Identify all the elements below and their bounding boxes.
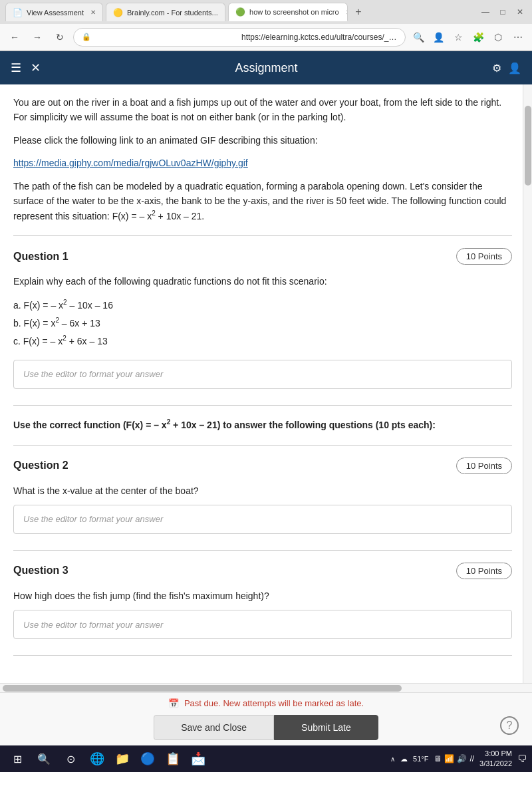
tab2-label: Brainly.com - For students...: [127, 9, 218, 17]
weather-icon: ☁: [400, 755, 408, 763]
question2-answer-box[interactable]: Use the editor to format your answer: [13, 505, 512, 534]
header-close-icon[interactable]: ✕: [31, 61, 41, 75]
tab-view-assessment[interactable]: 📄 View Assessment ✕: [5, 3, 103, 21]
settings-icon[interactable]: ⚙: [492, 62, 501, 74]
tab1-label: View Assessment: [27, 9, 84, 17]
intro-p3-text: The path of the fish can be modeled by a…: [13, 181, 506, 221]
question2-points: 10 Points: [456, 458, 512, 474]
past-due-text: Past due. New attempts will be marked as…: [184, 698, 364, 708]
tab3-close[interactable]: ✕: [346, 9, 348, 16]
header-left: ☰ ✕: [11, 61, 41, 75]
calendar-icon: 📅: [168, 698, 179, 708]
taskbar: ⊞ 🔍 ⊙ 🌐 📁 🔵 📋 📩 ∧ ☁ 51°F 🖥 📶 🔊 // 3:00 P…: [0, 745, 532, 772]
new-tab-button[interactable]: +: [350, 4, 366, 20]
intro-link-line: https://media.giphy.com/media/rgjwOLuv0a…: [13, 156, 512, 170]
more-options-icon[interactable]: ⋯: [509, 29, 527, 46]
submit-late-button[interactable]: Submit Late: [274, 715, 378, 740]
vertical-scrollbar[interactable]: [523, 84, 532, 683]
taskbar-app-notes[interactable]: 📋: [161, 747, 185, 771]
question2-title: Question 2: [13, 460, 68, 471]
back-button[interactable]: ←: [5, 28, 24, 47]
horizontal-scrollbar[interactable]: [0, 683, 532, 692]
favorites-icon[interactable]: ☆: [450, 29, 467, 46]
extensions-icon[interactable]: 🧩: [469, 29, 487, 46]
battery-icon: //: [469, 754, 474, 763]
question1-block: Question 1 10 Points Explain why each of…: [13, 248, 512, 388]
sound-icon[interactable]: 🔊: [457, 754, 467, 763]
question3-prompt: How high does the fish jump (find the fi…: [13, 589, 512, 603]
scroll-thumb[interactable]: [525, 106, 531, 186]
notification-icon[interactable]: 🗨: [517, 753, 527, 764]
tab3-icon: 🟢: [235, 7, 245, 17]
divider2: [13, 405, 512, 406]
h-scroll-thumb[interactable]: [3, 685, 402, 692]
question1-options: a. F(x) = – x2 – 10x – 16 b. F(x) = x2 –…: [13, 296, 512, 350]
tab-screenshot[interactable]: 🟢 how to screenshot on micro ✕: [228, 3, 348, 21]
lock-icon: 🔒: [82, 33, 237, 41]
intro-p2-text: Please click the following link to an an…: [13, 135, 318, 146]
main-content: You are out on the river in a boat and a…: [0, 84, 532, 683]
browser-chrome: 📄 View Assessment ✕ 🟡 Brainly.com - For …: [0, 0, 532, 51]
window-controls: — □ ✕: [479, 5, 527, 19]
footer-bar: 📅 Past due. New attempts will be marked …: [0, 692, 532, 745]
search-nav-icon[interactable]: 🔍: [410, 29, 427, 46]
question1-placeholder: Use the editor to format your answer: [23, 369, 163, 379]
tab2-close[interactable]: ✕: [225, 9, 225, 16]
question1-answer-box[interactable]: Use the editor to format your answer: [13, 360, 512, 389]
address-bar[interactable]: 🔒 https://elearning.kctcs.edu/ultra/cour…: [73, 28, 406, 47]
tab1-close[interactable]: ✕: [90, 9, 96, 16]
monitor-icon[interactable]: 🖥: [434, 754, 442, 763]
url-text: https://elearning.kctcs.edu/ultra/course…: [241, 33, 397, 42]
tab-brainly[interactable]: 🟡 Brainly.com - For students... ✕: [106, 3, 225, 21]
footer-buttons: Save and Close Submit Late: [11, 715, 521, 740]
save-and-close-button[interactable]: Save and Close: [154, 715, 274, 740]
question2-block: Question 2 10 Points What is the x-value…: [13, 458, 512, 534]
nav-icons: 🔍 👤 ☆ 🧩 ⬡ ⋯: [410, 29, 527, 46]
forward-button[interactable]: →: [28, 28, 47, 47]
question3-points: 10 Points: [456, 563, 512, 579]
wifi-icon[interactable]: 📶: [444, 754, 454, 763]
help-icon[interactable]: ?: [500, 716, 519, 735]
taskbar-icons-area: 🖥 📶 🔊 //: [434, 754, 474, 763]
intro-p3-end: + 10x – 21.: [156, 211, 205, 221]
profile-icon[interactable]: 👤: [508, 62, 521, 74]
divider1: [13, 235, 512, 236]
question1-header: Question 1 10 Points: [13, 248, 512, 265]
intro-paragraph3: The path of the fish can be modeled by a…: [13, 179, 512, 224]
close-window-button[interactable]: ✕: [513, 5, 527, 19]
taskbar-app-explorer[interactable]: 📁: [110, 747, 134, 771]
taskbar-app-edge[interactable]: 🌐: [85, 747, 109, 771]
question3-title: Question 3: [13, 565, 68, 577]
taskbar-time-area[interactable]: 3:00 PM 3/31/2022: [479, 749, 512, 769]
section-label: Use the correct function (F(x) = – x2 + …: [13, 418, 512, 433]
refresh-button[interactable]: ↻: [51, 28, 69, 47]
question2-placeholder: Use the editor to format your answer: [23, 514, 163, 524]
taskbar-caret[interactable]: ∧: [390, 755, 395, 763]
account-icon[interactable]: ⬡: [489, 29, 507, 46]
start-button[interactable]: ⊞: [5, 747, 29, 771]
divider4: [13, 550, 512, 551]
option-c: c. F(x) = – x2 + 6x – 13: [13, 332, 512, 350]
menu-icon[interactable]: ☰: [11, 61, 21, 75]
taskbar-right: ∧ ☁ 51°F 🖥 📶 🔊 // 3:00 PM 3/31/2022 🗨: [390, 749, 527, 769]
profile-nav-icon[interactable]: 👤: [430, 29, 447, 46]
header-right: ⚙ 👤: [492, 62, 521, 74]
question1-title: Question 1: [13, 251, 68, 263]
minimize-button[interactable]: —: [479, 5, 492, 19]
app-header: ☰ ✕ Assignment ⚙ 👤: [0, 51, 532, 84]
option-b: b. F(x) = x2 – 6x + 13: [13, 314, 512, 332]
search-taskbar-button[interactable]: 🔍: [32, 747, 56, 771]
giphy-link[interactable]: https://media.giphy.com/media/rgjwOLuv0a…: [13, 158, 248, 168]
question1-points: 10 Points: [456, 248, 512, 265]
tab1-icon: 📄: [13, 8, 23, 17]
taskbar-app-blue[interactable]: 🔵: [136, 747, 160, 771]
question2-prompt: What is the x-value at the center of the…: [13, 483, 512, 498]
divider5: [13, 655, 512, 656]
question3-answer-box[interactable]: Use the editor to format your answer: [13, 610, 512, 639]
question2-header: Question 2 10 Points: [13, 458, 512, 474]
task-view-button[interactable]: ⊙: [59, 747, 82, 771]
question3-block: Question 3 10 Points How high does the f…: [13, 563, 512, 639]
intro-paragraph2: Please click the following link to an an…: [13, 133, 512, 148]
taskbar-app-mail[interactable]: 📩: [186, 747, 210, 771]
maximize-button[interactable]: □: [496, 5, 509, 19]
